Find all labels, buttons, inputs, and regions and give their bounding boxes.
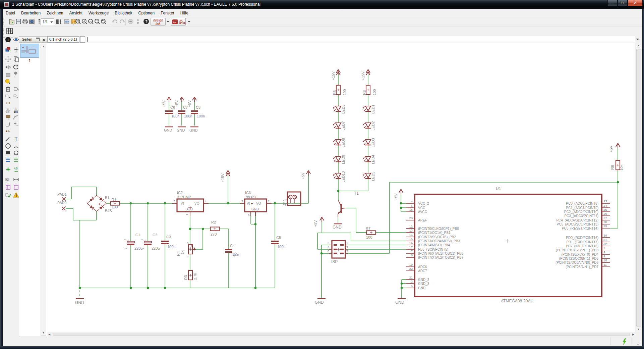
maximize-button[interactable]: □ bbox=[618, 0, 628, 6]
tool-gateswap-icon[interactable] bbox=[13, 93, 19, 100]
tool-smash-icon[interactable] bbox=[5, 114, 11, 121]
schematic-label: (PCINT1/OC1A)_PB1 bbox=[418, 231, 451, 235]
schematic-label: ATMEGA88-20AU bbox=[501, 299, 533, 303]
sheet-select-combo[interactable]: 1/1 bbox=[41, 18, 54, 25]
title-bar[interactable]: 1 Schaltplan - C:\Users\Predator\Documen… bbox=[0, 0, 644, 9]
tool-mirror-icon[interactable] bbox=[5, 64, 11, 70]
panel-close-icon[interactable]: ✕ bbox=[42, 37, 45, 43]
schematic-label: 100 bbox=[343, 89, 347, 95]
design-link-dropdown[interactable] bbox=[167, 21, 169, 24]
tool-copy-icon[interactable] bbox=[13, 56, 19, 62]
tool-polygon-icon[interactable] bbox=[13, 149, 19, 156]
ltspice-dropdown[interactable] bbox=[188, 21, 190, 24]
tool-rect-icon[interactable] bbox=[5, 149, 11, 156]
scroll-left-icon[interactable]: ◀ bbox=[48, 332, 50, 337]
menu-datei[interactable]: Datei bbox=[3, 9, 18, 17]
pages-scrollbar[interactable]: ▲ ▼ bbox=[41, 44, 46, 336]
tool-frame-icon[interactable] bbox=[5, 184, 11, 191]
close-button[interactable]: ✕ bbox=[628, 0, 643, 6]
scroll-up-icon[interactable]: ▲ bbox=[637, 43, 640, 48]
scroll-up-icon[interactable]: ▲ bbox=[42, 45, 45, 48]
command-history-dropdown[interactable] bbox=[636, 39, 639, 42]
save-icon[interactable] bbox=[15, 18, 22, 26]
undo-icon[interactable] bbox=[111, 18, 119, 26]
menu-zeichnen[interactable]: Zeichnen bbox=[44, 9, 66, 17]
tool-delete-icon[interactable] bbox=[5, 86, 11, 92]
resize-grip[interactable] bbox=[636, 341, 641, 345]
tool-display-layers-icon[interactable] bbox=[5, 46, 11, 53]
tool-miter-icon[interactable] bbox=[13, 114, 19, 121]
tool-invoke-icon[interactable] bbox=[5, 128, 11, 135]
tool-attribute-icon[interactable]: AT bbox=[5, 176, 11, 183]
tool-rotate-icon[interactable] bbox=[13, 64, 19, 70]
scr-icon[interactable]: SCR bbox=[63, 18, 71, 26]
scroll-down-icon[interactable]: ▼ bbox=[637, 327, 640, 332]
open-icon[interactable] bbox=[8, 18, 16, 26]
tool-info-icon[interactable]: i bbox=[5, 36, 11, 43]
tool-add-part-icon[interactable] bbox=[13, 86, 19, 92]
schematic-canvas[interactable]: 4VCC_26VCC18AVCC20AREF12(PCINT0/CLKO/ICP… bbox=[47, 43, 635, 332]
tool-arc-icon[interactable] bbox=[13, 143, 19, 149]
schematic-label: PC1_(ADC1/PCINT9) bbox=[566, 206, 598, 210]
grid-icon[interactable] bbox=[6, 28, 13, 35]
tool-move-icon[interactable] bbox=[5, 56, 11, 62]
tool-net-icon[interactable] bbox=[13, 156, 19, 163]
vertical-scroll-thumb[interactable] bbox=[636, 49, 641, 327]
ltspice-button[interactable]: LT LTC SPICE bbox=[171, 18, 186, 26]
schematic-label: GND bbox=[177, 128, 185, 132]
menu-fenster[interactable]: Fenster bbox=[158, 9, 177, 17]
menu-bearbeiten[interactable]: Bearbeiten bbox=[18, 9, 44, 17]
page-thumbnail[interactable] bbox=[20, 44, 39, 58]
toolbar-handle[interactable] bbox=[3, 28, 5, 35]
tool-errors-icon[interactable]: ! bbox=[13, 192, 19, 198]
tool-name-icon[interactable]: R210k bbox=[5, 107, 11, 114]
tool-show-icon[interactable] bbox=[13, 36, 19, 43]
tool-label-icon[interactable]: AB bbox=[13, 166, 19, 173]
horizontal-scroll-thumb[interactable] bbox=[53, 333, 630, 336]
menu-ansicht[interactable]: Ansicht bbox=[66, 9, 85, 17]
tool-wire-icon[interactable] bbox=[5, 136, 11, 142]
tool-bus-icon[interactable] bbox=[5, 156, 11, 163]
layer-columns-icon[interactable] bbox=[55, 18, 63, 26]
toolbar-handle[interactable] bbox=[3, 18, 5, 25]
minimize-button[interactable]: ─ bbox=[607, 0, 618, 6]
tool-value-icon[interactable]: R210k bbox=[13, 107, 19, 114]
tool-split-icon[interactable] bbox=[5, 121, 11, 128]
app-icon bbox=[4, 2, 9, 7]
schematic-drawing: 4VCC_26VCC18AVCC20AREF12(PCINT0/CLKO/ICP… bbox=[47, 43, 635, 333]
schematic-label: 78L05F bbox=[245, 195, 258, 199]
tool-change-icon[interactable] bbox=[13, 71, 19, 78]
tool-frame2-icon[interactable] bbox=[13, 184, 19, 191]
tool-circle-icon[interactable] bbox=[5, 143, 11, 149]
tool-paint-icon[interactable] bbox=[5, 79, 11, 85]
menu-hilfe[interactable]: Hilfe bbox=[177, 9, 191, 17]
tool-erc-icon[interactable] bbox=[5, 192, 11, 198]
scroll-down-icon[interactable]: ▼ bbox=[42, 331, 45, 335]
print-icon[interactable] bbox=[22, 18, 29, 26]
tool-mark-icon[interactable] bbox=[13, 46, 19, 53]
menu-optionen[interactable]: Optionen bbox=[135, 9, 158, 17]
scroll-right-icon[interactable]: ▶ bbox=[632, 332, 634, 337]
help-icon[interactable]: ? bbox=[143, 18, 150, 26]
menu-werkzeuge[interactable]: Werkzeuge bbox=[85, 9, 112, 17]
menu-bibliothek[interactable]: Bibliothek bbox=[112, 9, 135, 17]
tool-pinswap-icon[interactable] bbox=[5, 93, 11, 100]
stop-icon[interactable] bbox=[127, 18, 135, 26]
page-number[interactable]: 1 bbox=[20, 58, 39, 63]
zoom-redraw-icon[interactable] bbox=[100, 18, 108, 26]
tool-replace-icon[interactable] bbox=[5, 100, 11, 107]
pages-panel-header[interactable]: Seiten ✕ bbox=[19, 37, 47, 43]
tool-text-icon[interactable]: T bbox=[13, 136, 19, 142]
vertical-scrollbar[interactable]: ▲ ▼ bbox=[636, 43, 642, 332]
horizontal-scrollbar[interactable]: ◀ ▶ bbox=[47, 332, 635, 337]
schematic-label: 100n bbox=[277, 245, 285, 249]
schematic-label: 10 bbox=[603, 258, 607, 262]
tool-group-icon[interactable] bbox=[5, 71, 11, 78]
panel-float-icon[interactable] bbox=[36, 38, 40, 41]
schematic-label: 3 bbox=[187, 242, 189, 245]
tool-dimension-icon[interactable] bbox=[13, 176, 19, 183]
tool-junction-icon[interactable] bbox=[5, 166, 11, 173]
tool-optimize-icon[interactable] bbox=[13, 121, 19, 128]
command-input[interactable] bbox=[86, 36, 635, 43]
design-link-button[interactable]: design link bbox=[151, 18, 166, 26]
